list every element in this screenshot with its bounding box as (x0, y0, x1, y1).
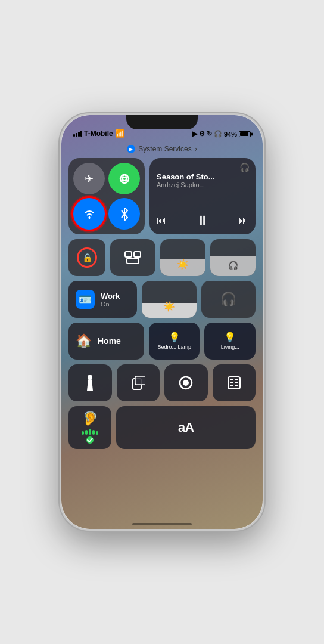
home-label: Home (98, 336, 121, 346)
work-on-button[interactable]: 🪪 Work On (68, 281, 137, 318)
alarm-icon: ⚙ (199, 130, 205, 138)
brightness-control[interactable]: ☀️ (160, 239, 205, 276)
svg-point-2 (88, 216, 90, 218)
living-lamp-button[interactable]: 💡 Living... (204, 323, 256, 360)
control-center: ✈ (68, 158, 256, 517)
home-button[interactable]: 🏠 Home (68, 323, 144, 360)
hearing-icon: 🦻 (82, 411, 98, 426)
screen-lock-icon: 🔒 (77, 247, 97, 268)
svg-rect-17 (235, 382, 238, 383)
svg-rect-3 (125, 252, 132, 257)
battery-icon (239, 131, 251, 137)
row-home: 🏠 Home 💡 Bedro... Lamp 💡 Living... (68, 323, 256, 360)
row-lock-mirror-brightness: 🔒 ☀️ 🎧 (68, 239, 256, 276)
airplane-mode-button[interactable]: ✈ (73, 163, 105, 194)
location-text: System Services (138, 145, 191, 153)
home-indicator (132, 523, 192, 525)
skip-back-button[interactable]: ⏮ (157, 215, 166, 226)
cellular-button[interactable] (108, 163, 140, 194)
status-right: ▶ ⚙ ↻ 🎧 94% (192, 130, 251, 138)
svg-rect-14 (230, 379, 233, 380)
hearing-bars (82, 429, 98, 435)
svg-point-12 (183, 380, 189, 386)
location-icon: ▶ (127, 145, 135, 153)
wifi-button[interactable] (73, 198, 105, 230)
calculator-button[interactable] (213, 364, 256, 401)
svg-rect-6 (88, 375, 92, 380)
row-quick-controls (68, 364, 256, 401)
svg-point-0 (120, 175, 129, 183)
connectivity-grid: ✈ (68, 158, 145, 234)
volume-control[interactable]: 🎧 (210, 239, 256, 276)
svg-rect-5 (127, 258, 139, 264)
location-chevron: › (195, 145, 197, 153)
notch (126, 115, 198, 129)
now-playing-artist: Andrzej Sapko... (157, 181, 248, 188)
flashlight-button[interactable] (68, 364, 112, 401)
svg-rect-15 (235, 379, 238, 380)
phone-screen: T-Mobile 📶 ▶ ⚙ ↻ 🎧 94% ▶ System Services… (61, 115, 263, 529)
skip-forward-button[interactable]: ⏭ (239, 215, 248, 226)
screen-mirror-button[interactable] (110, 239, 155, 276)
volume-icon: 🎧 (228, 261, 238, 270)
row-connectivity-playing: ✈ (68, 158, 256, 234)
battery-percent: 94% (224, 131, 237, 138)
airpods-icon: 🎧 (239, 163, 250, 172)
svg-rect-18 (230, 385, 233, 386)
now-playing-title: Season of Sto... (157, 172, 248, 181)
phone-frame: T-Mobile 📶 ▶ ⚙ ↻ 🎧 94% ▶ System Services… (60, 113, 264, 531)
work-label: Work (101, 292, 120, 301)
carrier-label: T-Mobile (84, 129, 113, 138)
row-accessibility: 🦻 aA (68, 406, 256, 449)
svg-rect-19 (235, 385, 238, 386)
brightness-slider-2[interactable]: ☀️ (142, 281, 196, 318)
bedroom-lamp-label: Bedro... Lamp (157, 344, 191, 351)
wifi-icon: 📶 (115, 129, 124, 138)
headphone-icon: 🎧 (214, 130, 222, 138)
svg-rect-4 (134, 252, 141, 257)
svg-rect-16 (230, 382, 233, 383)
location-bar[interactable]: ▶ System Services › (61, 145, 263, 153)
status-left: T-Mobile 📶 (73, 129, 124, 138)
sync-icon: ↻ (207, 130, 212, 138)
row-workon: 🪪 Work On ☀️ 🎧 (68, 281, 256, 318)
work-on-text: Work On (101, 292, 120, 308)
bedroom-lamp-button[interactable]: 💡 Bedro... Lamp (149, 323, 200, 360)
accessibility-button[interactable]: 🦻 (68, 406, 111, 449)
work-on-icon: 🪪 (76, 290, 95, 309)
svg-rect-10 (135, 376, 145, 385)
svg-point-1 (123, 177, 126, 181)
bluetooth-button[interactable] (108, 198, 140, 230)
bedroom-lamp-icon: 💡 (169, 332, 180, 343)
location-status-icon: ▶ (192, 130, 197, 138)
signal-icon (73, 131, 82, 137)
play-pause-button[interactable]: ⏸ (196, 213, 209, 228)
airpods-display-icon: 🎧 (220, 292, 236, 307)
svg-rect-8 (88, 382, 92, 383)
home-icon: 🏠 (76, 333, 92, 349)
brightness-icon: ☀️ (177, 259, 189, 270)
on-label: On (101, 301, 120, 308)
now-playing-widget[interactable]: 🎧 Season of Sto... Andrzej Sapko... ⏮ ⏸ … (149, 158, 256, 234)
screen-lock-button[interactable]: 🔒 (68, 239, 105, 276)
text-size-label: aA (178, 420, 194, 435)
living-lamp-label: Living... (221, 344, 239, 351)
svg-marker-7 (87, 380, 93, 391)
living-lamp-icon: 💡 (224, 332, 236, 343)
text-size-button[interactable]: aA (116, 406, 256, 449)
screen-record-button[interactable] (164, 364, 208, 401)
playback-controls: ⏮ ⏸ ⏭ (157, 209, 248, 228)
orientation-button[interactable] (117, 364, 160, 401)
sun-icon-2: ☀️ (163, 301, 175, 312)
airpods-volume-block[interactable]: 🎧 (201, 281, 256, 318)
